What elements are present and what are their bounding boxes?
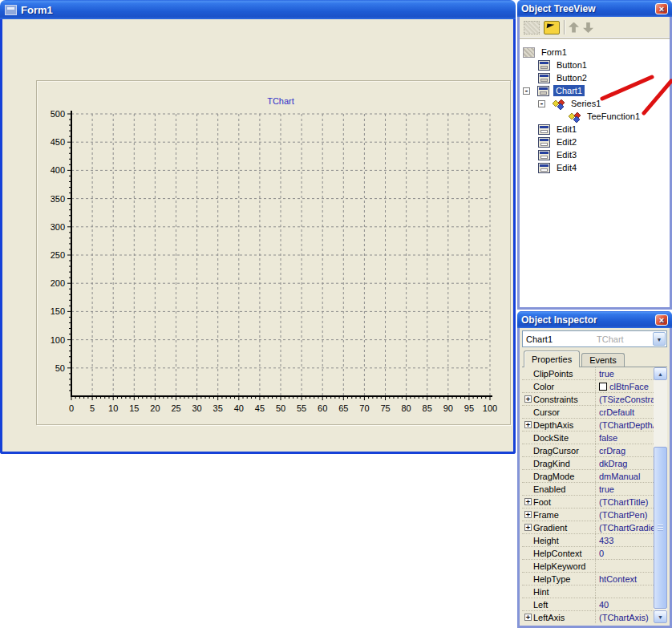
property-name[interactable]: DragCursor [522, 444, 596, 456]
property-name[interactable]: Left [522, 598, 596, 610]
property-name[interactable]: Hint [522, 585, 596, 598]
chart1-component[interactable]: TChart5010015020025030035040045050005101… [36, 80, 511, 425]
property-row-cursor[interactable]: CursorcrDefault [522, 406, 654, 419]
property-row-frame[interactable]: +Frame(TChartPen) [522, 508, 654, 521]
tree-item-edit1[interactable]: Edit1 [520, 123, 670, 136]
property-row-hint[interactable]: Hint [522, 585, 654, 598]
object-treeview-titlebar[interactable]: Object TreeView × [517, 0, 672, 17]
property-value[interactable]: dkDrag [596, 457, 654, 469]
property-name[interactable]: DockSite [522, 431, 596, 444]
tree-item-chart1[interactable]: -Chart1 [520, 84, 670, 97]
property-name[interactable]: +Foot [522, 496, 596, 508]
property-name[interactable]: Height [522, 534, 596, 546]
property-row-docksite[interactable]: DockSitefalse [522, 431, 654, 444]
tree-item-edit2[interactable]: Edit2 [520, 136, 670, 148]
component-tree: Form1Button1Button2-Chart1-Series1TeeFun… [520, 39, 670, 307]
new-items-icon[interactable] [524, 21, 540, 34]
property-row-leftaxis[interactable]: +LeftAxis(TChartAxis) [522, 611, 654, 623]
expand-property-icon[interactable]: + [524, 395, 532, 403]
property-value[interactable]: (TChartPen) [596, 508, 654, 521]
tree-item-button1[interactable]: Button1 [520, 59, 670, 71]
property-name[interactable]: Enabled [522, 483, 596, 495]
property-row-gradient[interactable]: +Gradient(TChartGradient [522, 521, 654, 534]
property-name[interactable]: +Constraints [522, 393, 596, 405]
property-name[interactable]: +DepthAxis [522, 419, 596, 431]
property-row-foot[interactable]: +Foot(TChartTitle) [522, 496, 654, 508]
property-name[interactable]: +Frame [522, 508, 596, 521]
property-row-clippoints[interactable]: ClipPointstrue [522, 367, 654, 380]
property-name[interactable]: Cursor [522, 406, 596, 418]
property-row-height[interactable]: Height433 [522, 534, 654, 547]
property-value[interactable] [596, 585, 654, 598]
property-value[interactable] [596, 560, 654, 572]
property-name[interactable]: HelpKeyword [522, 560, 596, 572]
property-value[interactable]: true [596, 367, 654, 379]
expand-property-icon[interactable]: + [524, 511, 532, 518]
property-value[interactable]: 433 [596, 534, 654, 546]
property-row-constraints[interactable]: +Constraints(TSizeConstraint [522, 393, 654, 406]
property-row-dragmode[interactable]: DragModedmManual [522, 470, 654, 483]
tree-item-edit3[interactable]: Edit3 [520, 148, 670, 161]
expand-property-icon[interactable]: + [524, 421, 532, 428]
property-row-color[interactable]: ColorclBtnFace [522, 380, 654, 393]
property-value[interactable]: clBtnFace [596, 380, 654, 392]
inspector-scrollbar[interactable]: ▲ ▼ [654, 367, 667, 623]
property-name[interactable]: ClipPoints [522, 367, 596, 379]
expand-property-icon[interactable]: + [524, 498, 532, 505]
edit-icon [538, 163, 550, 173]
object-inspector-titlebar[interactable]: Object Inspector × [517, 311, 672, 328]
property-value[interactable]: false [596, 431, 654, 444]
object-selector-combo[interactable]: Chart1 TChart ▼ [522, 330, 667, 347]
property-name[interactable]: HelpContext [522, 547, 596, 559]
tree-item-label: Form1 [539, 47, 569, 58]
expand-toggle-icon[interactable]: - [538, 100, 545, 107]
property-row-dragcursor[interactable]: DragCursorcrDrag [522, 444, 654, 457]
property-row-helpcontext[interactable]: HelpContext0 [522, 547, 654, 560]
property-value[interactable]: 0 [596, 547, 654, 559]
property-value[interactable]: crDrag [596, 444, 654, 456]
close-icon[interactable]: × [655, 3, 668, 14]
tree-item-button2[interactable]: Button2 [520, 71, 670, 84]
property-row-dragkind[interactable]: DragKinddkDrag [522, 457, 654, 470]
property-value[interactable]: (TChartDepthAx [596, 419, 654, 431]
tree-item-edit4[interactable]: Edit4 [520, 161, 670, 174]
scrollbar-thumb[interactable] [654, 447, 667, 609]
chevron-down-icon[interactable]: ▼ [653, 332, 666, 346]
property-name[interactable]: +Gradient [522, 521, 596, 533]
tree-item-series1[interactable]: -Series1 [520, 97, 670, 110]
property-name[interactable]: HelpType [522, 573, 596, 585]
tree-item-form1[interactable]: Form1 [520, 46, 670, 59]
property-value[interactable]: (TSizeConstraint [596, 393, 654, 405]
tab-events[interactable]: Events [581, 353, 625, 367]
property-value[interactable]: (TChartAxis) [596, 611, 654, 623]
property-name[interactable]: Color [522, 380, 596, 392]
expand-toggle-icon[interactable]: - [523, 87, 530, 95]
property-name[interactable]: +LeftAxis [522, 611, 596, 623]
property-value[interactable]: crDefault [596, 406, 654, 418]
expand-property-icon[interactable]: + [524, 614, 532, 621]
close-icon[interactable]: × [655, 314, 668, 326]
property-row-enabled[interactable]: Enabledtrue [522, 483, 654, 496]
move-up-icon[interactable] [569, 22, 579, 33]
svg-text:200: 200 [51, 278, 65, 288]
tab-properties[interactable]: Properties [524, 350, 580, 367]
delete-selected-icon[interactable] [544, 21, 560, 34]
scroll-down-icon[interactable]: ▼ [654, 610, 667, 623]
property-value[interactable]: htContext [596, 573, 654, 585]
property-name[interactable]: DragMode [522, 470, 596, 482]
expand-property-icon[interactable]: + [524, 524, 532, 531]
property-value[interactable]: (TChartGradient [596, 521, 654, 533]
form1-titlebar[interactable]: Form1 [0, 0, 516, 19]
property-row-left[interactable]: Left40 [522, 598, 654, 611]
property-row-helptype[interactable]: HelpTypehtContext [522, 573, 654, 585]
scroll-up-icon[interactable]: ▲ [654, 367, 667, 380]
property-value[interactable]: 40 [596, 598, 654, 610]
property-value[interactable]: true [596, 483, 654, 495]
property-value[interactable]: dmManual [596, 470, 654, 482]
property-row-helpkeyword[interactable]: HelpKeyword [522, 560, 654, 573]
move-down-icon[interactable] [583, 22, 593, 33]
property-name[interactable]: DragKind [522, 457, 596, 469]
property-value[interactable]: (TChartTitle) [596, 496, 654, 508]
tree-item-teefunction1[interactable]: TeeFunction1 [520, 110, 670, 123]
property-row-depthaxis[interactable]: +DepthAxis(TChartDepthAx [522, 419, 654, 431]
